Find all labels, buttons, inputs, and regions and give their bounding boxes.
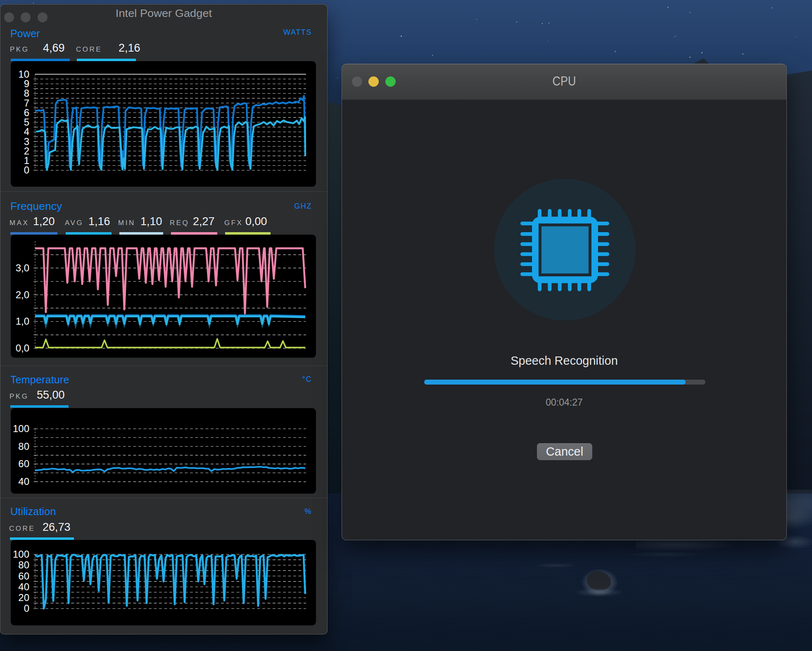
svg-text:60: 60 (18, 570, 29, 582)
svg-text:0,0: 0,0 (16, 342, 29, 354)
svg-text:3,0: 3,0 (16, 262, 29, 273)
svg-text:80: 80 (18, 559, 29, 570)
svg-text:20: 20 (18, 592, 29, 603)
svg-text:0: 0 (24, 603, 29, 614)
svg-text:60: 60 (18, 458, 29, 469)
svg-text:100: 100 (13, 423, 29, 434)
svg-text:80: 80 (18, 441, 29, 452)
svg-text:40: 40 (18, 581, 29, 592)
svg-text:0: 0 (24, 164, 29, 176)
svg-text:100: 100 (13, 549, 29, 560)
svg-text:1,0: 1,0 (16, 316, 29, 327)
svg-text:40: 40 (18, 476, 29, 487)
svg-text:2,0: 2,0 (16, 289, 29, 300)
